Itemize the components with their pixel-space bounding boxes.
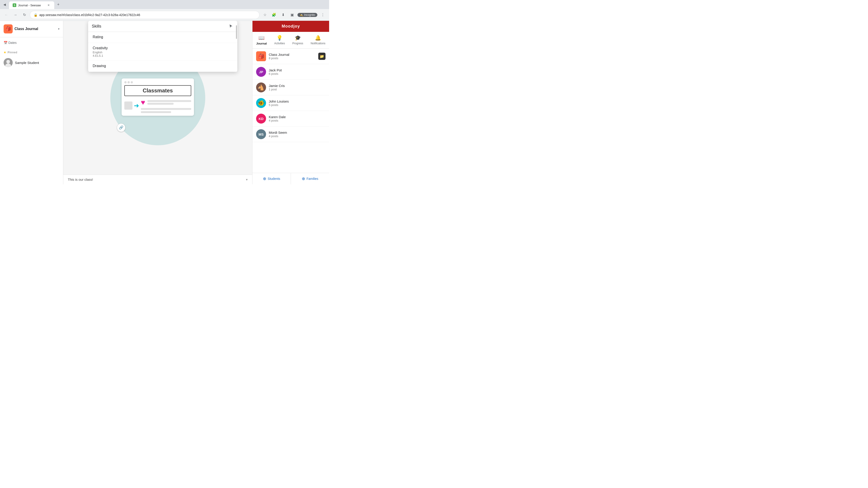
classmates-title: Classmates <box>124 85 191 96</box>
toolbar-icons: ☆ 🧩 ⬇ ▣ 🕵 Incognito ⋮ <box>261 11 327 19</box>
expand-icon[interactable]: ▾ <box>246 177 248 182</box>
tab-close-button[interactable]: ✕ <box>46 3 51 7</box>
card-body: ➜ ♥ <box>124 98 191 113</box>
class-icon: 🎒 <box>4 24 13 33</box>
dot <box>131 81 133 84</box>
card-right: ♥ <box>141 98 191 113</box>
students-button[interactable]: ⊕ Students <box>252 173 291 184</box>
tab-back-button[interactable]: ◀ <box>2 2 7 7</box>
avatar: MS <box>256 129 266 139</box>
list-item[interactable]: 🎒 Class Journal 8 posts 📁 <box>252 48 329 64</box>
line-placeholder <box>141 108 191 110</box>
caption: This is our class! ▾ <box>63 175 252 184</box>
skills-input-row <box>88 21 237 32</box>
dot <box>124 81 127 84</box>
moodjoy-header: Moodjoy <box>252 21 329 32</box>
activities-icon: 💡 <box>276 35 283 41</box>
tab-title: Journal - Seesaw <box>18 4 45 7</box>
list-item[interactable]: MS Mordi Seem 4 posts <box>252 127 329 142</box>
chevron-down-icon[interactable]: ▾ <box>58 27 59 31</box>
svg-text:🎒: 🎒 <box>258 53 265 59</box>
list-item[interactable]: 🐴 Jamie Cris 1 post <box>252 80 329 95</box>
student-item[interactable]: Sample Student <box>0 56 63 69</box>
plus-icon: ⊕ <box>302 176 305 181</box>
new-tab-button[interactable]: + <box>55 1 61 8</box>
families-button[interactable]: ⊕ Families <box>291 173 329 184</box>
list-item[interactable]: JP Jack Pot 6 posts <box>252 64 329 80</box>
incognito-badge: 🕵 Incognito <box>298 13 317 17</box>
list-item[interactable]: KD Karen Dale 4 posts <box>252 111 329 127</box>
tab-bar: ◀ S Journal - Seesaw ✕ + <box>0 0 329 9</box>
journal-icon: 📖 <box>258 35 265 41</box>
reload-button[interactable]: ↻ <box>21 11 28 19</box>
right-item-info: John Louises 5 posts <box>269 99 326 107</box>
main-content: 🎒 Class Journal ▾ 📅 Dates ★ Pinned <box>0 21 329 184</box>
right-item-info: Mordi Seem 4 posts <box>269 131 326 138</box>
progress-icon: 🎓 <box>295 35 301 41</box>
line-placeholder <box>147 100 191 102</box>
scroll-thumb <box>236 25 237 39</box>
right-item-info: Karen Dale 4 posts <box>269 115 326 122</box>
person-placeholder <box>124 101 132 109</box>
menu-icon[interactable]: ⋮ <box>319 11 327 19</box>
avatar: 🐴 <box>256 83 266 92</box>
split-icon[interactable]: ▣ <box>288 11 296 19</box>
download-icon[interactable]: ⬇ <box>279 11 287 19</box>
student-name: Sample Student <box>15 61 39 65</box>
avatar: KD <box>256 113 266 124</box>
right-footer: ⊕ Students ⊕ Families <box>252 173 329 184</box>
address-bar: ← → ↻ 🔒 app.seesaw.me/#/class/class.e01b… <box>0 9 329 21</box>
dot <box>127 81 130 84</box>
notifications-icon: 🔔 <box>315 35 321 41</box>
class-name: Class Journal <box>14 27 56 31</box>
list-item[interactable]: 🐠 John Louises 5 posts <box>252 95 329 111</box>
avatar: 🐠 <box>256 98 266 108</box>
pinned-label: ★ Pinned <box>4 51 59 54</box>
nav-item-activities[interactable]: 💡 Activities <box>272 34 287 46</box>
browser-tab[interactable]: S Journal - Seesaw ✕ <box>9 1 54 9</box>
avatar: JP <box>256 67 266 77</box>
tab-favicon: S <box>13 3 16 7</box>
nav-item-progress[interactable]: 🎓 Progress <box>289 34 306 46</box>
right-item-info: Class Journal 8 posts <box>269 53 315 60</box>
dropdown-item-rating[interactable]: Rating <box>88 32 237 43</box>
scroll-indicator <box>236 21 237 72</box>
right-item-info: Jamie Cris 1 post <box>269 84 326 91</box>
forward-button[interactable]: → <box>12 11 19 19</box>
nav-item-journal[interactable]: 📖 Journal <box>253 34 270 46</box>
dates-button[interactable]: 📅 Dates <box>2 39 61 46</box>
bookmark-icon[interactable]: ☆ <box>261 11 269 19</box>
skills-input[interactable] <box>92 24 226 29</box>
heart-icon: ♥ <box>141 98 145 107</box>
nav-item-notifications[interactable]: 🔔 Notifications <box>308 34 328 46</box>
skills-dropdown[interactable]: Rating Creativity English 4.ELS.1 Drawin… <box>88 21 237 72</box>
illustration-card: Classmates ➜ ♥ <box>122 78 194 116</box>
browser-frame: ◀ S Journal - Seesaw ✕ + ← → ↻ 🔒 app.see… <box>0 0 329 184</box>
cursor-icon <box>228 24 234 29</box>
svg-text:🎒: 🎒 <box>5 26 11 31</box>
card-left: ➜ <box>124 98 139 113</box>
sidebar-header: 🎒 Class Journal ▾ <box>0 21 63 37</box>
calendar-icon: 📅 <box>4 41 7 44</box>
link-button[interactable]: 🔗 <box>117 124 125 132</box>
dropdown-item-creativity[interactable]: Creativity English 4.ELS.1 <box>88 43 237 61</box>
avatar: 🎒 <box>256 51 266 61</box>
dropdown-item-drawing[interactable]: Drawing <box>88 61 237 72</box>
line-placeholder <box>147 103 174 105</box>
line-placeholder <box>141 111 171 113</box>
url-bar[interactable]: 🔒 app.seesaw.me/#/class/class.e01bf4c2-9… <box>30 11 259 19</box>
right-sidebar: Moodjoy 📖 Journal 💡 Activities 🎓 Progres… <box>252 21 329 184</box>
plus-icon: ⊕ <box>263 176 266 181</box>
card-dots <box>124 81 191 84</box>
back-button[interactable]: ← <box>3 11 10 19</box>
arrow-right-icon: ➜ <box>134 102 139 109</box>
right-item-info: Jack Pot 6 posts <box>269 68 326 75</box>
star-icon: ★ <box>4 51 6 54</box>
pinned-section: ★ Pinned <box>0 48 63 56</box>
avatar <box>4 58 13 67</box>
folder-button[interactable]: 📁 <box>318 53 326 60</box>
extensions-icon[interactable]: 🧩 <box>270 11 278 19</box>
left-sidebar: 🎒 Class Journal ▾ 📅 Dates ★ Pinned <box>0 21 63 184</box>
url-text: app.seesaw.me/#/class/class.e01bf4c2-9a2… <box>39 13 256 17</box>
right-list: 🎒 Class Journal 8 posts 📁 JP Jack <box>252 48 329 173</box>
